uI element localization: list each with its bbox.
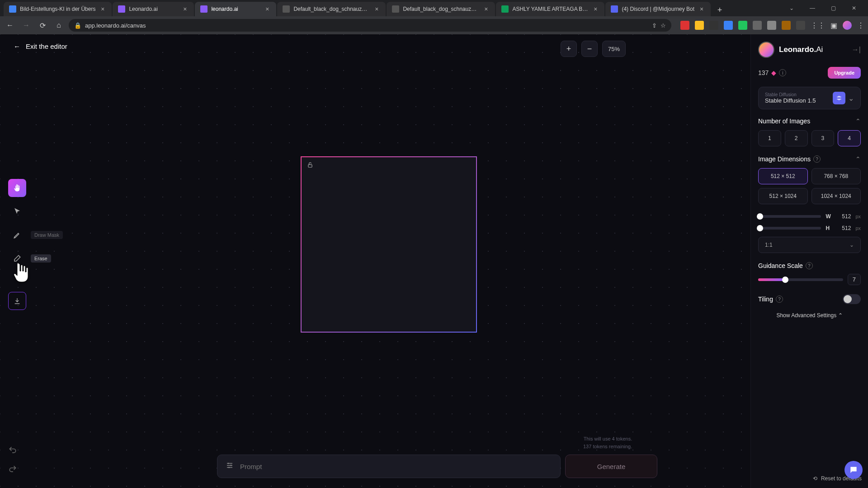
- chevron-up-icon: ⌃: [838, 312, 843, 319]
- close-window-icon[interactable]: ✕: [844, 0, 864, 16]
- close-icon[interactable]: ×: [181, 5, 189, 13]
- menu-icon[interactable]: ⋮: [857, 21, 864, 30]
- zoom-in-button[interactable]: +: [561, 41, 577, 57]
- lock-icon[interactable]: [307, 162, 313, 170]
- close-icon[interactable]: ×: [698, 5, 705, 13]
- extension-icon[interactable]: [796, 21, 805, 30]
- canvas-area[interactable]: ← Exit the editor + − 75% Draw Mask Eras…: [0, 34, 750, 488]
- chevron-down-icon[interactable]: ⌄: [781, 0, 802, 16]
- model-select[interactable]: Stable Diffusion Stable Diffusion 1.5 ⌄: [758, 87, 861, 109]
- exit-editor-button[interactable]: ← Exit the editor: [14, 42, 67, 50]
- dim-option[interactable]: 512 × 512: [758, 168, 808, 184]
- dim-option[interactable]: 1024 × 1024: [811, 188, 861, 204]
- tab-strip: Bild-Erstellungs-KI in der Übers× Leonar…: [0, 0, 868, 16]
- star-icon[interactable]: ☆: [660, 22, 666, 29]
- dim-option[interactable]: 512 × 1024: [758, 188, 808, 204]
- right-panel: Leonardo.Ai →| 137 ◆ i Upgrade Stable Di…: [750, 34, 868, 488]
- dimension-options: 512 × 512 768 × 768 512 × 1024 1024 × 10…: [758, 168, 861, 204]
- section-number-of-images[interactable]: Number of Images ⌃: [758, 117, 861, 125]
- collapse-icon[interactable]: →|: [852, 46, 861, 54]
- tiling-toggle[interactable]: [843, 294, 861, 304]
- browser-tab[interactable]: Default_black_dog_schnauzer_f×: [387, 2, 495, 16]
- browser-tab[interactable]: Default_black_dog_schnauzer_f×: [277, 2, 386, 16]
- chevron-up-icon: ⌃: [855, 155, 861, 163]
- extension-icon[interactable]: [709, 21, 718, 30]
- zoom-percent[interactable]: 75%: [602, 41, 626, 57]
- close-icon[interactable]: ×: [99, 5, 106, 13]
- extension-icon[interactable]: [738, 21, 747, 30]
- tooltip: Draw Mask: [31, 231, 63, 239]
- prompt-input[interactable]: [240, 463, 552, 470]
- extension-icon[interactable]: [782, 21, 791, 30]
- url-text: app.leonardo.ai/canvas: [85, 22, 648, 29]
- zoom-out-button[interactable]: −: [581, 41, 598, 57]
- num-images-options: 1 2 3 4: [758, 130, 861, 146]
- chat-bubble-button[interactable]: [844, 461, 863, 479]
- tooltip: Erase: [31, 254, 51, 263]
- redo-button[interactable]: [8, 465, 17, 475]
- home-icon[interactable]: ⌂: [52, 19, 65, 32]
- info-icon[interactable]: i: [779, 69, 786, 76]
- undo-button[interactable]: [8, 446, 17, 456]
- profile-avatar[interactable]: [843, 21, 852, 30]
- lock-icon: 🔒: [74, 22, 81, 29]
- undo-icon: [8, 446, 17, 455]
- sliders-icon[interactable]: [226, 461, 234, 471]
- browser-tab[interactable]: Bild-Erstellungs-KI in der Übers×: [4, 2, 112, 16]
- guidance-row: Guidance Scale ?: [758, 262, 861, 269]
- extension-icon[interactable]: [767, 21, 776, 30]
- generate-button[interactable]: Generate: [565, 455, 657, 478]
- select-tool[interactable]: [8, 202, 26, 221]
- avatar[interactable]: [758, 42, 774, 58]
- num-option-1[interactable]: 1: [758, 130, 781, 146]
- extension-icon[interactable]: [753, 21, 762, 30]
- section-image-dimensions[interactable]: Image Dimensions ? ⌃: [758, 155, 861, 163]
- redo-icon: [8, 465, 17, 474]
- left-toolbar: Draw Mask Erase: [8, 179, 26, 310]
- new-tab-button[interactable]: +: [713, 4, 726, 16]
- width-slider[interactable]: [758, 215, 821, 218]
- info-icon[interactable]: ?: [813, 155, 821, 163]
- prompt-bar: [217, 455, 561, 478]
- extension-icon[interactable]: [724, 21, 733, 30]
- extensions-icon[interactable]: ⋮⋮: [811, 21, 825, 30]
- info-icon[interactable]: ?: [776, 296, 783, 303]
- close-icon[interactable]: ×: [482, 5, 490, 13]
- aspect-ratio-select[interactable]: 1:1 ⌄: [758, 237, 861, 253]
- height-value: 512: [837, 225, 851, 231]
- draw-mask-tool[interactable]: Draw Mask: [8, 226, 26, 244]
- dim-option[interactable]: 768 × 768: [811, 168, 861, 184]
- height-slider[interactable]: [758, 227, 821, 230]
- close-icon[interactable]: ×: [592, 5, 599, 13]
- download-button[interactable]: [8, 292, 26, 310]
- guidance-slider[interactable]: [758, 278, 843, 281]
- browser-tab[interactable]: Leonardo.ai×: [113, 2, 194, 16]
- extension-icon[interactable]: [695, 21, 704, 30]
- reset-defaults[interactable]: ⟲ Reset to defaults: [757, 475, 862, 482]
- browser-tab-active[interactable]: leonardo.ai×: [195, 2, 276, 16]
- close-icon[interactable]: ×: [373, 5, 380, 13]
- browser-tab[interactable]: ASHLY YAMILE ARTEAGA BLAN×: [496, 2, 604, 16]
- canvas-frame[interactable]: [301, 156, 477, 333]
- pan-tool[interactable]: [8, 179, 26, 197]
- maximize-icon[interactable]: ▢: [823, 0, 844, 16]
- minimize-icon[interactable]: —: [802, 0, 823, 16]
- url-bar[interactable]: 🔒 app.leonardo.ai/canvas ⇧ ☆: [69, 19, 671, 32]
- extension-icon[interactable]: [680, 21, 689, 30]
- upgrade-button[interactable]: Upgrade: [828, 67, 861, 79]
- side-panel-icon[interactable]: ▣: [830, 21, 837, 30]
- tab-title: leonardo.ai: [211, 6, 260, 12]
- close-icon[interactable]: ×: [264, 5, 271, 13]
- cursor-overlay: [14, 260, 32, 283]
- reload-icon[interactable]: ⟳: [36, 19, 49, 32]
- back-icon[interactable]: ←: [4, 19, 16, 32]
- info-icon[interactable]: ?: [806, 262, 813, 269]
- logo: Leonardo.Ai: [779, 45, 823, 54]
- forward-icon[interactable]: →: [20, 19, 33, 32]
- advanced-settings-link[interactable]: Show Advanced Settings ⌃: [758, 312, 861, 319]
- num-option-3[interactable]: 3: [811, 130, 835, 146]
- browser-tab[interactable]: (4) Discord | @Midjourney Bot×: [605, 2, 711, 16]
- share-icon[interactable]: ⇧: [652, 22, 657, 29]
- num-option-4[interactable]: 4: [838, 130, 861, 146]
- num-option-2[interactable]: 2: [785, 130, 808, 146]
